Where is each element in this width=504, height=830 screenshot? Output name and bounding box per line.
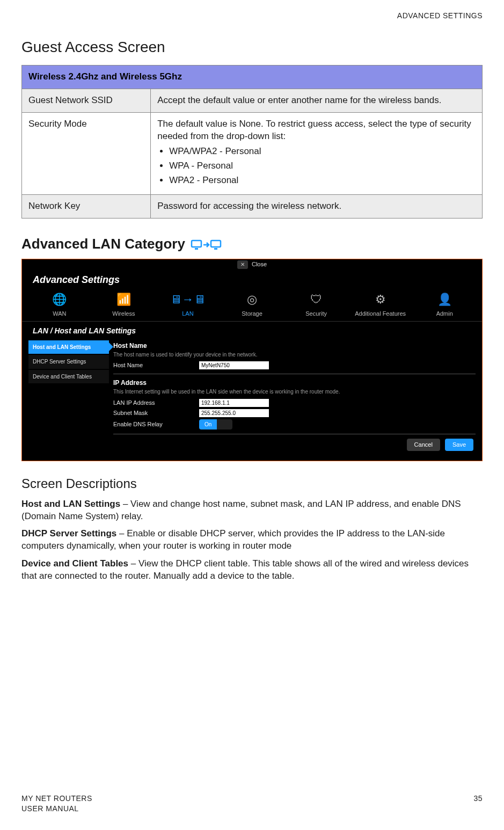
user-icon: 👤 bbox=[412, 292, 477, 308]
advanced-lan-heading: Advanced LAN Category bbox=[21, 235, 483, 253]
row-desc: The default value is None. To restrict g… bbox=[151, 112, 483, 195]
table-row: Network Key Password for accessing the w… bbox=[22, 195, 483, 219]
desc-item: DHCP Server Settings – Enable or disable… bbox=[21, 528, 483, 552]
subnet-input[interactable] bbox=[199, 409, 269, 417]
tab-label: Additional Features bbox=[355, 310, 406, 317]
lan-transfer-icon bbox=[191, 235, 222, 253]
list-item: WPA/WPA2 - Personal bbox=[169, 145, 476, 158]
sidebar-item-dhcp[interactable]: DHCP Server Settings bbox=[28, 355, 109, 369]
row-desc: Accept the default value or enter anothe… bbox=[151, 89, 483, 112]
row-label: Network Key bbox=[22, 195, 151, 219]
toggle-on: On bbox=[199, 419, 217, 430]
row-desc-text: The default value is None. To restrict g… bbox=[157, 119, 471, 141]
sidebar-item-device-tables[interactable]: Device and Client Tables bbox=[28, 370, 109, 384]
security-mode-list: WPA/WPA2 - Personal WPA - Personal WPA2 … bbox=[157, 145, 476, 187]
gear-icon: ⚙ bbox=[348, 292, 413, 308]
tab-additional[interactable]: ⚙Additional Features bbox=[348, 292, 413, 318]
tab-wan[interactable]: 🌐WAN bbox=[27, 292, 92, 318]
tab-label: LAN bbox=[182, 310, 193, 317]
globe-icon: 🌐 bbox=[27, 292, 92, 308]
screenshot-title: Advanced Settings bbox=[22, 270, 482, 288]
shield-icon: 🛡 bbox=[284, 292, 348, 308]
tab-label: Admin bbox=[436, 310, 453, 317]
screen-descriptions-heading: Screen Descriptions bbox=[21, 475, 483, 492]
guest-access-heading: Guest Access Screen bbox=[21, 37, 483, 57]
sidebar-item-host-lan[interactable]: Host and LAN Settings bbox=[28, 340, 109, 354]
cancel-button[interactable]: Cancel bbox=[407, 439, 440, 451]
divider bbox=[113, 374, 476, 374]
tab-admin[interactable]: 👤Admin bbox=[412, 292, 477, 318]
nav-tabs: 🌐WAN 📶Wireless 🖥→🖥LAN ◎Storage 🛡Security… bbox=[22, 288, 482, 322]
save-button[interactable]: Save bbox=[445, 439, 473, 451]
close-label[interactable]: Close bbox=[252, 261, 267, 267]
svg-rect-2 bbox=[211, 241, 221, 247]
desc-title: DHCP Server Settings bbox=[21, 528, 116, 538]
row-label: Security Mode bbox=[22, 112, 151, 195]
close-icon[interactable]: ✕ bbox=[237, 260, 248, 269]
header-section-label: ADVANCED SETTINGS bbox=[21, 11, 483, 21]
desc-title: Host and LAN Settings bbox=[21, 499, 120, 509]
table-row: Guest Network SSID Accept the default va… bbox=[22, 89, 483, 112]
wifi-icon: 📶 bbox=[92, 292, 156, 308]
tab-storage[interactable]: ◎Storage bbox=[220, 292, 284, 318]
tab-wireless[interactable]: 📶Wireless bbox=[92, 292, 156, 318]
screen-descriptions: Host and LAN Settings – View and change … bbox=[21, 498, 483, 583]
advanced-lan-heading-text: Advanced LAN Category bbox=[21, 235, 185, 253]
screenshot-subheading: LAN / Host and LAN Settings bbox=[22, 322, 482, 340]
dns-relay-toggle[interactable]: On bbox=[199, 419, 232, 430]
toggle-off bbox=[217, 419, 232, 430]
list-item: WPA2 - Personal bbox=[169, 174, 476, 187]
divider bbox=[113, 434, 476, 434]
sidebar: Host and LAN Settings DHCP Server Settin… bbox=[28, 340, 109, 452]
tab-label: Wireless bbox=[112, 310, 135, 317]
tab-lan[interactable]: 🖥→🖥LAN bbox=[156, 292, 220, 318]
svg-rect-0 bbox=[192, 241, 201, 247]
row-label: Guest Network SSID bbox=[22, 89, 151, 112]
list-item: WPA - Personal bbox=[169, 160, 476, 172]
dns-relay-label: Enable DNS Relay bbox=[113, 420, 199, 428]
lanip-input[interactable] bbox=[199, 399, 269, 407]
tab-label: Security bbox=[305, 310, 327, 317]
subnet-label: Subnet Mask bbox=[113, 409, 199, 417]
close-bar: ✕ Close bbox=[22, 259, 482, 270]
lanip-label: LAN IP Address bbox=[113, 399, 199, 407]
hostname-label: Host Name bbox=[113, 361, 199, 369]
guest-access-table: Wireless 2.4Ghz and Wireless 5Ghz Guest … bbox=[21, 65, 483, 219]
hostname-input[interactable] bbox=[199, 361, 269, 369]
table-row: Security Mode The default value is None.… bbox=[22, 112, 483, 195]
disc-icon: ◎ bbox=[220, 292, 284, 308]
lan-icon: 🖥→🖥 bbox=[156, 292, 220, 308]
svg-rect-1 bbox=[195, 248, 198, 250]
settings-main: Host Name The host name is used to ident… bbox=[113, 340, 476, 452]
row-desc: Password for accessing the wireless netw… bbox=[151, 195, 483, 219]
ip-section-desc: This Internet setting will be used in th… bbox=[113, 388, 476, 396]
ip-section-title: IP Address bbox=[113, 378, 476, 387]
hostname-section-title: Host Name bbox=[113, 341, 476, 350]
desc-item: Host and LAN Settings – View and change … bbox=[21, 498, 483, 523]
tab-label: WAN bbox=[53, 310, 66, 317]
svg-rect-3 bbox=[214, 248, 217, 250]
table-header: Wireless 2.4Ghz and Wireless 5Ghz bbox=[22, 65, 483, 89]
router-ui-screenshot: ✕ Close Advanced Settings 🌐WAN 📶Wireless… bbox=[21, 259, 483, 461]
hostname-section-desc: The host name is used to identify your d… bbox=[113, 351, 476, 359]
tab-label: Storage bbox=[242, 310, 262, 317]
desc-title: Device and Client Tables bbox=[21, 558, 128, 569]
tab-security[interactable]: 🛡Security bbox=[284, 292, 348, 318]
desc-item: Device and Client Tables – View the DHCP… bbox=[21, 558, 483, 583]
